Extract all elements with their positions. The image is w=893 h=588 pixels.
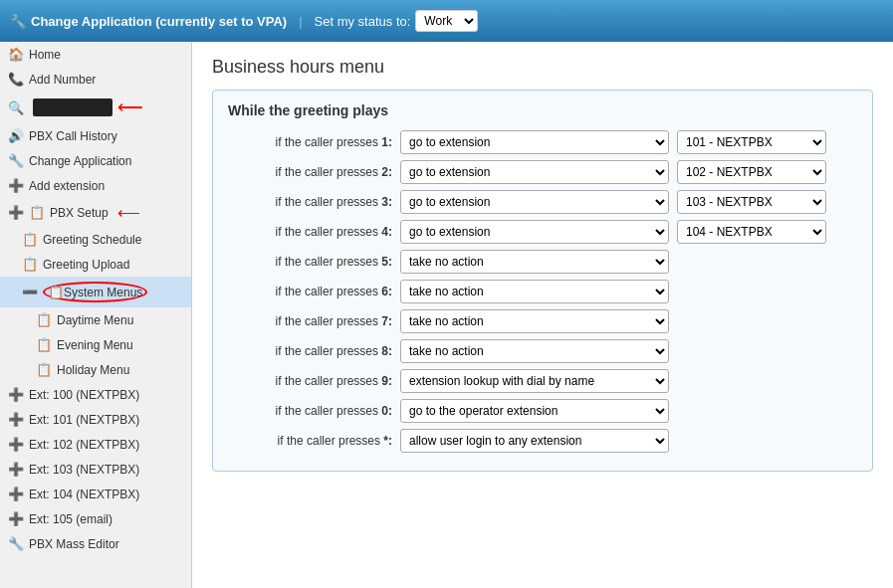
plus-icon: ➕ <box>8 178 24 193</box>
minus-icon: ➖ <box>22 285 38 299</box>
phone-icon: 📞 <box>8 72 24 87</box>
row-label-1: if the caller presses 1: <box>228 135 392 149</box>
action-select-2[interactable]: take no actiongo to extensionextension l… <box>400 160 669 184</box>
action-select-1[interactable]: take no actiongo to extensionextension l… <box>400 130 669 154</box>
target-select-1[interactable]: 101 - NEXTPBX102 - NEXTPBX103 - NEXTPBX1… <box>677 130 826 154</box>
wrench-icon: 🔧 <box>10 14 26 29</box>
sidebar-label-system-menus: System Menus <box>64 286 142 299</box>
sidebar-label-change-application: Change Application <box>29 154 131 168</box>
action-select-6[interactable]: take no actiongo to extensionextension l… <box>400 280 669 303</box>
form-row-5: if the caller presses 5:take no actiongo… <box>228 250 857 274</box>
page-title: Business hours menu <box>212 57 873 78</box>
main-layout: 🏠 Home 📞 Add Number 🔍 ⟵ 🔊 PBX Call Histo… <box>0 42 893 588</box>
sidebar-label-pbx-call-history: PBX Call History <box>29 129 117 143</box>
sidebar-item-ext-101[interactable]: ➕ Ext: 101 (NEXTPBX) <box>0 407 191 432</box>
plus-icon-5: ➕ <box>8 462 24 477</box>
pencil-icon: 🔧 <box>8 536 24 551</box>
row-label-5: if the caller presses 5: <box>228 255 392 269</box>
plus-icon-4: ➕ <box>8 437 24 452</box>
row-label-9: if the caller presses 9: <box>228 374 392 388</box>
sidebar-item-ext-103[interactable]: ➕ Ext: 103 (NEXTPBX) <box>0 457 191 482</box>
action-select-9[interactable]: take no actiongo to extensionextension l… <box>400 369 669 393</box>
wrench-icon-sidebar: 🔧 <box>8 153 24 168</box>
sidebar-item-ext-102[interactable]: ➕ Ext: 102 (NEXTPBX) <box>0 432 191 457</box>
sidebar-item-ext-100[interactable]: ➕ Ext: 100 (NEXTPBX) <box>0 382 191 407</box>
sidebar-label-daytime-menu: Daytime Menu <box>57 313 133 327</box>
sidebar-item-system-menus[interactable]: ➖ 📋 System Menus <box>0 277 191 307</box>
form-row-2: if the caller presses 2:take no actiongo… <box>228 160 857 184</box>
sidebar-label-greeting-schedule: Greeting Schedule <box>43 233 141 247</box>
form-row-8: if the caller presses 8:take no actiongo… <box>228 339 857 363</box>
sidebar: 🏠 Home 📞 Add Number 🔍 ⟵ 🔊 PBX Call Histo… <box>0 42 192 588</box>
home-icon: 🏠 <box>8 47 24 62</box>
sidebar-item-greeting-upload[interactable]: 📋 Greeting Upload <box>0 252 191 277</box>
list-icon-6: 📋 <box>36 337 52 352</box>
form-row-4: if the caller presses 4:take no actiongo… <box>228 220 857 244</box>
action-select-7[interactable]: take no actiongo to extensionextension l… <box>400 309 669 333</box>
plus-icon-2: ➕ <box>8 387 24 402</box>
action-select-3[interactable]: take no actiongo to extensionextension l… <box>400 190 669 214</box>
target-select-3[interactable]: 101 - NEXTPBX102 - NEXTPBX103 - NEXTPBX1… <box>677 190 826 214</box>
sidebar-item-redbox[interactable]: 🔍 ⟵ <box>0 92 191 123</box>
action-select-5[interactable]: take no actiongo to extensionextension l… <box>400 250 669 274</box>
sidebar-item-holiday-menu[interactable]: 📋 Holiday Menu <box>0 357 191 382</box>
action-select-*[interactable]: take no actiongo to extensionextension l… <box>400 429 669 453</box>
list-icon-5: 📋 <box>36 312 52 327</box>
sidebar-item-home[interactable]: 🏠 Home <box>0 42 191 67</box>
action-select-8[interactable]: take no actiongo to extensionextension l… <box>400 339 669 363</box>
sidebar-label-ext-103: Ext: 103 (NEXTPBX) <box>29 463 139 477</box>
sidebar-item-ext-105[interactable]: ➕ Ext: 105 (email) <box>0 506 191 531</box>
form-row-0: if the caller presses 0:take no actiongo… <box>228 399 857 423</box>
content-area: Business hours menu While the greeting p… <box>192 42 893 588</box>
action-select-0[interactable]: take no actiongo to extensionextension l… <box>400 399 669 423</box>
sidebar-item-evening-menu[interactable]: 📋 Evening Menu <box>0 332 191 357</box>
speaker-icon: 🔊 <box>8 128 24 143</box>
plus-icon-6: ➕ <box>8 487 24 501</box>
sidebar-label-holiday-menu: Holiday Menu <box>57 363 129 377</box>
form-row-7: if the caller presses 7:take no actiongo… <box>228 309 857 333</box>
expand-icon: ➕ <box>8 205 24 220</box>
sidebar-label-ext-101: Ext: 101 (NEXTPBX) <box>29 413 139 427</box>
change-application-link[interactable]: 🔧 Change Application (currently set to V… <box>10 14 287 29</box>
sidebar-item-add-number[interactable]: 📞 Add Number <box>0 67 191 92</box>
sidebar-label-ext-102: Ext: 102 (NEXTPBX) <box>29 438 139 452</box>
row-label-0: if the caller presses 0: <box>228 404 392 418</box>
row-label-3: if the caller presses 3: <box>228 195 392 209</box>
sidebar-item-greeting-schedule[interactable]: 📋 Greeting Schedule <box>0 227 191 252</box>
row-label-*: if the caller presses *: <box>228 434 392 448</box>
form-row-1: if the caller presses 1:take no actiongo… <box>228 130 857 154</box>
list-icon-7: 📋 <box>36 362 52 377</box>
separator: | <box>299 14 302 29</box>
sidebar-item-change-application[interactable]: 🔧 Change Application <box>0 148 191 173</box>
sidebar-label-add-number: Add Number <box>29 73 96 87</box>
list-icon-2: 📋 <box>22 232 38 247</box>
row-label-2: if the caller presses 2: <box>228 165 392 179</box>
list-icon-4: 📋 <box>48 285 64 299</box>
sidebar-label-evening-menu: Evening Menu <box>57 338 133 352</box>
action-select-4[interactable]: take no actiongo to extensionextension l… <box>400 220 669 244</box>
target-select-4[interactable]: 101 - NEXTPBX102 - NEXTPBX103 - NEXTPBX1… <box>677 220 826 244</box>
target-select-2[interactable]: 101 - NEXTPBX102 - NEXTPBX103 - NEXTPBX1… <box>677 160 826 184</box>
list-icon: 📋 <box>29 205 45 220</box>
section-title: While the greeting plays <box>228 102 857 118</box>
form-row-9: if the caller presses 9:take no actiongo… <box>228 369 857 393</box>
sidebar-label-home: Home <box>29 48 61 62</box>
form-row-6: if the caller presses 6:take no actiongo… <box>228 280 857 303</box>
system-menus-label-circled: 📋 System Menus <box>43 282 147 302</box>
section-box: While the greeting plays if the caller p… <box>212 90 873 472</box>
plus-icon-3: ➕ <box>8 412 24 427</box>
sidebar-label-ext-100: Ext: 100 (NEXTPBX) <box>29 388 139 402</box>
form-rows: if the caller presses 1:take no actiongo… <box>228 130 857 453</box>
top-bar: 🔧 Change Application (currently set to V… <box>0 0 893 42</box>
sidebar-item-pbx-setup[interactable]: ➕ 📋 PBX Setup ⟵ <box>0 198 191 227</box>
change-app-label: Change Application (currently set to VPA… <box>31 14 287 29</box>
sidebar-item-daytime-menu[interactable]: 📋 Daytime Menu <box>0 307 191 332</box>
sidebar-item-pbx-mass-editor[interactable]: 🔧 PBX Mass Editor <box>0 531 191 556</box>
status-select[interactable]: WorkHomeAway <box>415 10 478 32</box>
sidebar-item-add-extension[interactable]: ➕ Add extension <box>0 173 191 198</box>
sidebar-label-add-extension: Add extension <box>29 179 105 193</box>
sidebar-item-pbx-call-history[interactable]: 🔊 PBX Call History <box>0 123 191 148</box>
sidebar-item-ext-104[interactable]: ➕ Ext: 104 (NEXTPBX) <box>0 482 191 506</box>
row-label-4: if the caller presses 4: <box>228 225 392 239</box>
red-arrow-pbx-icon: ⟵ <box>117 203 140 222</box>
